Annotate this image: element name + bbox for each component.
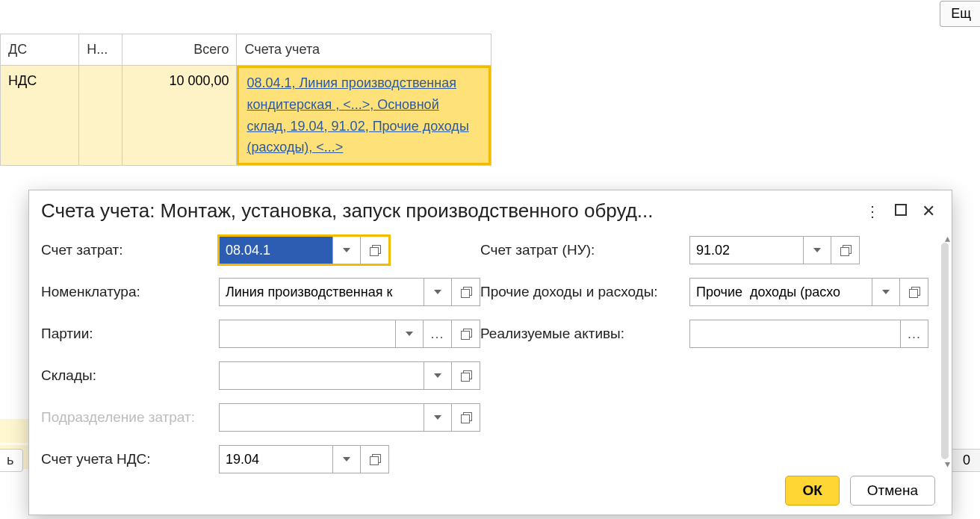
open-icon[interactable] <box>900 278 928 306</box>
open-icon[interactable] <box>831 236 860 264</box>
col-header-accounts: Счета учета <box>237 34 491 66</box>
dropdown-icon[interactable] <box>872 278 900 306</box>
open-icon[interactable] <box>452 361 480 390</box>
dropdown-icon[interactable] <box>395 320 424 348</box>
dropdown-icon[interactable] <box>424 361 452 390</box>
accounts-link[interactable]: 08.04.1, Линия производственная кондитер… <box>237 66 491 165</box>
open-icon[interactable] <box>452 403 480 432</box>
sklady-field[interactable] <box>219 361 480 390</box>
scroll-down-icon[interactable]: ▾ <box>945 458 950 470</box>
col-header-total: Всего <box>122 34 237 66</box>
sklady-input[interactable] <box>219 361 424 390</box>
open-icon[interactable] <box>452 278 480 306</box>
browse-icon[interactable] <box>424 320 452 348</box>
cancel-button[interactable]: Отмена <box>850 476 935 506</box>
dropdown-icon <box>424 403 452 432</box>
label-podrazd: Подразделение затрат: <box>41 409 219 426</box>
podrazd-field <box>219 403 480 432</box>
schet-zatrat-field[interactable] <box>219 236 389 264</box>
maximize-icon[interactable] <box>895 202 907 220</box>
label-schet-nds: Счет учета НДС: <box>41 451 219 467</box>
accounts-dialog: Счета учета: Монтаж, установка, запуск п… <box>28 190 952 515</box>
cell-total: 10 000,00 <box>122 66 237 166</box>
realiz-input[interactable] <box>689 320 900 348</box>
schet-zatrat-nu-input[interactable] <box>689 236 803 264</box>
cell-ds: НДС <box>1 66 79 166</box>
dropdown-icon[interactable] <box>424 278 452 306</box>
table-row[interactable]: НДС 10 000,00 08.04.1, Линия производств… <box>1 66 491 166</box>
col-header-ds: ДС <box>1 34 79 66</box>
nomenklatura-input[interactable] <box>219 278 424 306</box>
dropdown-icon[interactable] <box>332 445 361 473</box>
podrazd-input <box>219 403 424 432</box>
label-schet-zatrat-nu: Счет затрат (НУ): <box>480 242 689 258</box>
ok-button[interactable]: ОК <box>785 476 839 506</box>
menu-icon[interactable] <box>865 202 880 220</box>
more-button[interactable]: Ещ <box>940 1 980 27</box>
open-icon[interactable] <box>361 445 389 473</box>
accounts-table: ДС Н... Всего Счета учета НДС 10 000,00 … <box>0 34 491 166</box>
cell-n <box>79 66 122 166</box>
label-prochie: Прочие доходы и расходы: <box>480 284 689 300</box>
bg-letter: ь <box>0 449 23 472</box>
dropdown-icon[interactable] <box>332 236 361 264</box>
dialog-title: Счета учета: Монтаж, установка, запуск п… <box>41 199 865 223</box>
partii-field[interactable] <box>219 320 480 348</box>
realiz-field[interactable] <box>689 320 928 348</box>
schet-nds-input[interactable] <box>219 445 332 473</box>
nomenklatura-field[interactable] <box>219 278 480 306</box>
col-header-n: Н... <box>79 34 122 66</box>
schet-zatrat-nu-field[interactable] <box>689 236 860 264</box>
label-realiz: Реализуемые активы: <box>480 326 689 342</box>
scrollbar[interactable] <box>941 243 949 459</box>
schet-nds-field[interactable] <box>219 445 389 473</box>
open-icon[interactable] <box>452 320 480 348</box>
prochie-input[interactable] <box>689 278 872 306</box>
close-icon[interactable] <box>922 202 935 221</box>
partii-input[interactable] <box>219 320 395 348</box>
label-nomenklatura: Номенклатура: <box>41 284 219 300</box>
open-icon[interactable] <box>361 236 389 264</box>
dropdown-icon[interactable] <box>803 236 831 264</box>
bg-decoration <box>0 419 28 443</box>
label-partii: Партии: <box>41 326 219 342</box>
bg-zero: 0 <box>950 449 980 472</box>
browse-icon[interactable] <box>900 320 928 348</box>
label-sklady: Склады: <box>41 367 219 384</box>
prochie-field[interactable] <box>689 278 928 306</box>
schet-zatrat-input[interactable] <box>219 236 332 264</box>
label-schet-zatrat: Счет затрат: <box>41 242 219 258</box>
